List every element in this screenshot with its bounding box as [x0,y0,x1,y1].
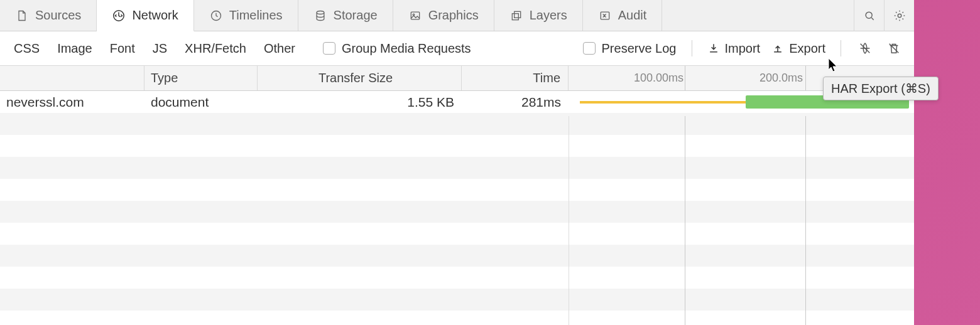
devtools-panel: Sources Network Timelines Storage Graphi… [0,0,914,325]
tab-network[interactable]: Network [97,0,193,31]
col-header-type[interactable]: Type [144,66,258,90]
audit-icon [598,9,612,23]
filter-js[interactable]: JS [144,38,176,60]
tab-label: Audit [618,8,647,23]
col-header-time[interactable]: Time [462,66,569,90]
filter-font[interactable]: Font [101,38,144,60]
file-icon [15,9,29,23]
checkbox-box-icon [323,42,335,55]
top-right-icons [854,0,914,31]
cell-type: document [144,91,258,113]
col-header-size[interactable]: Transfer Size [258,66,462,90]
cell-time: 281ms [462,91,569,113]
table-row[interactable]: neverssl.com document 1.55 KB 281ms [0,91,914,113]
cell-name: neverssl.com [0,91,144,113]
filter-other[interactable]: Other [255,38,304,60]
tab-label: Network [132,8,178,23]
settings-button[interactable] [884,0,914,31]
storage-icon [313,9,327,23]
tab-label: Timelines [229,8,283,23]
filter-xhr[interactable]: XHR/Fetch [176,38,255,60]
table-header: Type Transfer Size Time 100.00ms 200.0ms [0,66,914,91]
table-body: neverssl.com document 1.55 KB 281ms [0,91,914,325]
export-tooltip: HAR Export (⌘S) [823,77,939,100]
import-button[interactable]: Import [707,41,761,56]
network-icon [112,9,126,23]
import-label: Import [725,41,761,56]
separator [692,40,692,56]
group-media-label: Group Media Requests [342,41,471,56]
waterfall-wait-bar [580,101,746,104]
download-icon [707,42,720,55]
table-row [0,113,914,135]
filter-css[interactable]: CSS [5,38,48,60]
table-row [0,223,914,245]
tab-label: Sources [35,8,81,23]
svg-point-2 [317,11,324,14]
svg-rect-6 [512,13,518,19]
tab-label: Graphics [428,8,479,23]
tab-label: Storage [334,8,378,23]
export-label: Export [789,41,825,56]
table-row [0,267,914,289]
image-icon [408,9,422,23]
table-row [0,311,914,325]
filter-image[interactable]: Image [48,38,101,60]
preserve-log-label: Preserve Log [602,41,677,56]
search-button[interactable] [854,0,884,31]
clock-icon [209,9,223,23]
upload-icon [771,42,784,55]
svg-rect-3 [411,12,419,19]
top-tab-bar: Sources Network Timelines Storage Graphi… [0,0,914,31]
checkbox-box-icon [583,42,596,55]
tab-timelines[interactable]: Timelines [194,0,298,31]
tab-graphics[interactable]: Graphics [393,0,494,31]
export-button[interactable]: Export [771,41,825,56]
svg-point-8 [866,12,872,18]
svg-rect-5 [514,11,520,18]
col-header-name[interactable] [0,66,144,90]
table-row [0,289,914,311]
table-row [0,245,914,267]
tab-storage[interactable]: Storage [298,0,393,31]
filter-bar: CSS Image Font JS XHR/Fetch Other Group … [0,31,914,66]
preserve-log-checkbox[interactable]: Preserve Log [583,41,677,56]
svg-point-9 [898,14,901,18]
table-row [0,201,914,223]
table-row [0,179,914,201]
group-media-checkbox[interactable]: Group Media Requests [323,41,471,56]
tick-label: 100.00ms [685,66,738,90]
network-table: Type Transfer Size Time 100.00ms 200.0ms… [0,66,914,325]
disable-cache-button[interactable] [856,40,874,57]
tab-sources[interactable]: Sources [0,0,97,31]
clear-button[interactable] [885,40,903,57]
table-row [0,157,914,179]
tab-audit[interactable]: Audit [583,0,663,31]
table-row [0,135,914,157]
separator [841,40,841,56]
tab-layers[interactable]: Layers [494,0,583,31]
layers-icon [509,9,523,23]
tab-label: Layers [530,8,567,23]
cell-size: 1.55 KB [258,91,462,113]
